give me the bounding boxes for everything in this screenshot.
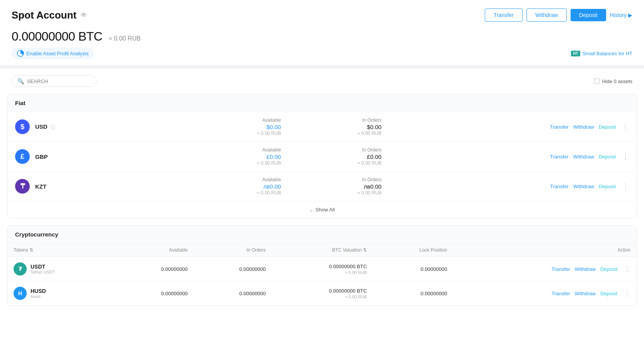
- page-title: Spot Account: [12, 9, 77, 21]
- fiat-section: Fiat $ USD ⓘ Available $0.00 ≈ 0.00 RUB …: [7, 94, 637, 218]
- show-all-row[interactable]: ⌄ Show All: [7, 201, 637, 218]
- usd-icon: $: [15, 119, 30, 134]
- balance-amount: 0.00000000 BTC: [12, 29, 106, 43]
- gbp-available-col: Available £0.00 ≈ 0.00 RUB: [227, 147, 281, 166]
- usdt-in-orders: 0.00000000: [194, 257, 272, 281]
- ht-badge: HT: [571, 51, 580, 56]
- usd-withdraw-link[interactable]: Withdraw: [573, 124, 594, 130]
- balance-sub-row: Enable Asset Profit Analysis HT Small Ba…: [12, 48, 632, 59]
- husd-transfer-link[interactable]: Transfer: [552, 291, 570, 296]
- table-row: £ GBP Available £0.00 ≈ 0.00 RUB In Orde…: [7, 142, 637, 172]
- husd-icon: H: [14, 287, 27, 300]
- col-available[interactable]: Available: [116, 243, 194, 257]
- withdraw-button[interactable]: Withdraw: [526, 9, 567, 22]
- col-action: Action: [453, 243, 637, 257]
- transfer-button[interactable]: Transfer: [485, 9, 523, 22]
- usdt-action-cell: Transfer Withdraw Deposit ⋮: [453, 257, 637, 281]
- gbp-more-icon[interactable]: ⋮: [622, 152, 629, 161]
- usd-actions: Transfer Withdraw Deposit ⋮: [550, 123, 629, 131]
- usdt-more-icon[interactable]: ⋮: [624, 265, 630, 273]
- search-input-wrap[interactable]: 🔍: [12, 75, 97, 87]
- usd-deposit-link[interactable]: Deposit: [599, 124, 616, 130]
- usd-more-icon[interactable]: ⋮: [622, 123, 629, 131]
- balance-section: 0.00000000 BTC ≈ 0.00 RUB Enable Asset P…: [0, 26, 644, 65]
- kzt-middle: Available лв0.00 ≈ 0.00 RUB In Orders лв…: [74, 177, 535, 196]
- husd-token-cell: H HUSD Husd: [7, 281, 116, 306]
- gbp-middle: Available £0.00 ≈ 0.00 RUB In Orders £0.…: [74, 147, 535, 166]
- kzt-available-col: Available лв0.00 ≈ 0.00 RUB: [227, 177, 281, 196]
- small-balances-link[interactable]: HT Small Balances for HT: [571, 51, 632, 56]
- page-header: Spot Account 👁 Transfer Withdraw Deposit…: [0, 0, 644, 26]
- husd-more-icon[interactable]: ⋮: [624, 289, 630, 298]
- table-row: ₸ KZT Available лв0.00 ≈ 0.00 RUB In Ord…: [7, 172, 637, 201]
- table-row: ₮ USDT Tether USDT 0.00000000 0.00000000…: [7, 257, 637, 281]
- info-icon[interactable]: ⓘ: [51, 124, 55, 130]
- section-divider: [0, 65, 644, 68]
- table-row: $ USD ⓘ Available $0.00 ≈ 0.00 RUB In Or…: [7, 112, 637, 142]
- gbp-withdraw-link[interactable]: Withdraw: [573, 154, 594, 160]
- usd-transfer-link[interactable]: Transfer: [550, 124, 569, 130]
- hide-zero-toggle[interactable]: Hide 0 assets: [594, 78, 632, 84]
- crypto-section-header: Cryptocurrency: [7, 226, 637, 243]
- col-in-orders[interactable]: In Orders: [194, 243, 272, 257]
- crypto-table: Tokens ⇅ Available In Orders BTC Valuati…: [7, 243, 637, 305]
- usd-middle: Available $0.00 ≈ 0.00 RUB In Orders $0.…: [74, 117, 535, 136]
- husd-available: 0.00000000: [116, 281, 194, 306]
- kzt-deposit-link[interactable]: Deposit: [599, 184, 616, 189]
- kzt-more-icon[interactable]: ⋮: [622, 182, 629, 191]
- search-row: 🔍 Hide 0 assets: [0, 68, 644, 94]
- header-left: Spot Account 👁: [12, 9, 87, 21]
- history-link[interactable]: History ▶: [610, 12, 632, 18]
- kzt-transfer-link[interactable]: Transfer: [550, 184, 569, 189]
- usdt-withdraw-link[interactable]: Withdraw: [575, 266, 596, 272]
- balance-display: 0.00000000 BTC ≈ 0.00 RUB: [12, 29, 632, 44]
- gbp-icon: £: [15, 149, 30, 164]
- header-right: Transfer Withdraw Deposit History ▶: [485, 9, 632, 22]
- usdt-transfer-link[interactable]: Transfer: [552, 266, 570, 272]
- husd-action-cell: Transfer Withdraw Deposit ⋮: [453, 281, 637, 306]
- usdt-token-cell: ₮ USDT Tether USDT: [7, 257, 116, 281]
- enable-profit-button[interactable]: Enable Asset Profit Analysis: [12, 48, 94, 59]
- crypto-section: Cryptocurrency Tokens ⇅ Available In Ord…: [7, 225, 637, 306]
- col-btc-valuation[interactable]: BTC Valuation ⇅: [272, 243, 373, 257]
- gbp-deposit-link[interactable]: Deposit: [599, 154, 616, 160]
- husd-btc-val: 0.00000000 BTC ≈ 0.00 RUB: [272, 281, 373, 306]
- usd-orders-col: In Orders $0.00 ≈ 0.00 RUB: [327, 117, 382, 136]
- gbp-actions: Transfer Withdraw Deposit ⋮: [550, 152, 629, 161]
- usd-available-col: Available $0.00 ≈ 0.00 RUB: [227, 117, 281, 136]
- kzt-actions: Transfer Withdraw Deposit ⋮: [550, 182, 629, 191]
- usdt-deposit-link[interactable]: Deposit: [600, 266, 617, 272]
- kzt-orders-col: In Orders лв0.00 ≈ 0.00 RUB: [327, 177, 382, 196]
- usd-symbol: USD ⓘ: [35, 123, 74, 131]
- kzt-withdraw-link[interactable]: Withdraw: [573, 184, 594, 189]
- fiat-section-header: Fiat: [7, 94, 637, 112]
- pie-chart-icon: [17, 50, 24, 57]
- usdt-info: USDT Tether USDT: [31, 264, 55, 274]
- gbp-transfer-link[interactable]: Transfer: [550, 154, 569, 160]
- eye-icon[interactable]: 👁: [80, 11, 87, 19]
- deposit-button[interactable]: Deposit: [571, 9, 606, 21]
- gbp-orders-col: In Orders £0.00 ≈ 0.00 RUB: [327, 147, 382, 166]
- usdt-btc-val: 0.00000000 BTC ≈ 0.00 RUB: [272, 257, 373, 281]
- hide-zero-checkbox[interactable]: [594, 78, 600, 84]
- col-tokens[interactable]: Tokens ⇅: [7, 243, 116, 257]
- kzt-icon: ₸: [15, 179, 30, 194]
- crypto-table-head: Tokens ⇅ Available In Orders BTC Valuati…: [7, 243, 637, 257]
- search-input[interactable]: [27, 78, 91, 84]
- col-lock-position: Lock Position: [373, 243, 453, 257]
- gbp-symbol: GBP: [35, 153, 74, 160]
- husd-withdraw-link[interactable]: Withdraw: [575, 291, 596, 296]
- husd-info: HUSD Husd: [31, 288, 46, 299]
- chevron-down-icon: ⌄: [309, 207, 313, 213]
- usdt-lock-position: 0.00000000: [373, 257, 453, 281]
- table-row: H HUSD Husd 0.00000000 0.00000000 0.0000…: [7, 281, 637, 306]
- balance-rub: ≈ 0.00 RUB: [109, 35, 141, 42]
- crypto-table-body: ₮ USDT Tether USDT 0.00000000 0.00000000…: [7, 257, 637, 306]
- kzt-symbol: KZT: [35, 183, 74, 190]
- search-icon: 🔍: [17, 78, 24, 84]
- usdt-icon: ₮: [14, 262, 27, 276]
- husd-in-orders: 0.00000000: [194, 281, 272, 306]
- husd-lock-position: 0.00000000: [373, 281, 453, 306]
- husd-deposit-link[interactable]: Deposit: [600, 291, 617, 296]
- usdt-available: 0.00000000: [116, 257, 194, 281]
